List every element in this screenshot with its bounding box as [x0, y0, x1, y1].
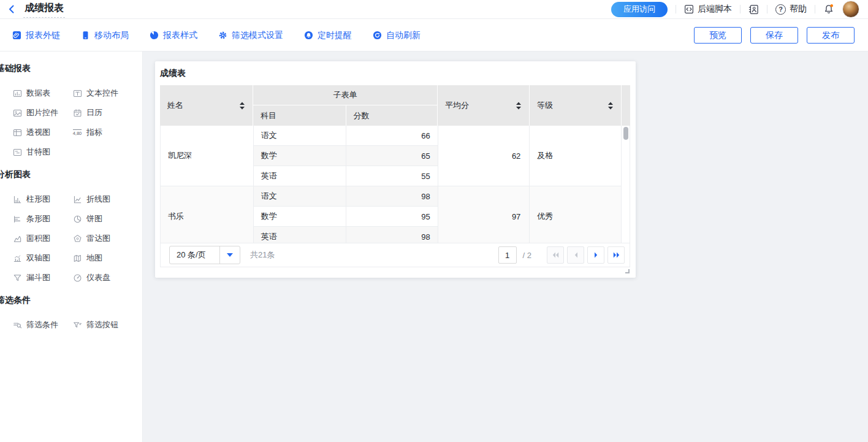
back-button[interactable]: [2, 1, 21, 18]
table-cell-grade: 及格: [530, 126, 621, 186]
sort-icon[interactable]: [607, 102, 614, 110]
sidebar-item-label: 指标: [86, 127, 102, 138]
table-cell-score: 55: [346, 166, 438, 186]
notification-button[interactable]: [823, 4, 834, 15]
sidebar-item-label: 雷达图: [86, 233, 110, 244]
data-table-icon: [12, 89, 22, 98]
user-avatar[interactable]: [842, 1, 859, 18]
code-box-icon: [684, 4, 694, 14]
sidebar-section-analysis-charts: 分析图表 柱形图 折线图 条形图 饼图: [0, 158, 142, 284]
save-button[interactable]: 保存: [750, 27, 798, 44]
prev-page-button[interactable]: [567, 246, 584, 264]
pie-style-icon: [150, 31, 159, 40]
sidebar-item-image-widget[interactable]: 图片控件: [12, 107, 72, 119]
sidebar-item-label: 图片控件: [26, 107, 58, 118]
chevron-down-icon: [227, 253, 233, 257]
table-cell-score: 98: [346, 227, 438, 243]
subform-column: 语文 66 数学 65 英语 55 语文 98: [254, 126, 438, 243]
table-cell-subject: 语文: [254, 186, 347, 206]
sidebar-item-funnel-chart[interactable]: 漏斗图: [12, 272, 72, 284]
sidebar-item-radar-chart[interactable]: 雷达图: [72, 232, 132, 245]
sidebar-item-map[interactable]: 地图: [72, 252, 132, 264]
sidebar-item-bar-chart[interactable]: 条形图: [12, 213, 72, 225]
help-button[interactable]: ? 帮助: [775, 4, 807, 15]
toolbar-item-filter-mode[interactable]: 筛选模式设置: [218, 30, 283, 41]
sidebar-item-filter-button[interactable]: 筛选按钮: [72, 319, 132, 331]
first-page-button[interactable]: [547, 246, 564, 264]
divider: [676, 5, 676, 13]
widget-resize-handle[interactable]: [625, 269, 630, 273]
help-label: 帮助: [790, 4, 807, 15]
image-widget-icon: [12, 109, 22, 118]
backend-script-button[interactable]: 后端脚本: [684, 4, 732, 15]
text-widget-icon: [72, 89, 82, 98]
area-chart-icon: [12, 234, 22, 243]
sort-icon[interactable]: [516, 102, 522, 110]
sidebar-item-dual-axis-chart[interactable]: 双轴图: [12, 252, 72, 264]
toolbar-item-report-style[interactable]: 报表样式: [150, 30, 197, 41]
sidebar-item-label: 日历: [86, 107, 102, 118]
column-header-subform-group: 子表单 科目 分数: [253, 85, 438, 126]
sidebar-item-text-widget[interactable]: 文本控件: [72, 87, 132, 99]
column-header-score[interactable]: 分数: [346, 105, 438, 126]
report-canvas[interactable]: 成绩表 姓名 子表单: [143, 51, 868, 442]
score-table-widget[interactable]: 成绩表 姓名 子表单: [155, 61, 636, 278]
toolbar-item-mobile-layout[interactable]: 移动布局: [81, 30, 129, 41]
contacts-icon: [748, 4, 759, 15]
backend-script-label: 后端脚本: [698, 4, 732, 15]
toolbar-item-auto-refresh[interactable]: 自动刷新: [373, 30, 421, 41]
table-row: 英语 55: [254, 166, 438, 186]
sidebar-item-data-table[interactable]: 数据表: [12, 87, 72, 99]
sidebar-item-calendar[interactable]: 日历: [72, 107, 132, 119]
table-scrollbar[interactable]: [622, 126, 630, 243]
report-toolbar: 报表外链 移动布局 报表样式 筛选模式设置 定时提醒: [0, 20, 868, 51]
column-label: 等级: [537, 100, 553, 111]
double-right-arrow-icon: [612, 251, 620, 259]
section-title: 筛选条件: [0, 295, 142, 306]
toolbar-item-external-link[interactable]: 报表外链: [12, 30, 60, 41]
table-cell-subject: 数学: [254, 146, 347, 166]
sidebar-item-label: 文本控件: [86, 88, 118, 99]
column-header-subject[interactable]: 科目: [253, 105, 346, 126]
contacts-button[interactable]: [748, 4, 759, 15]
line-chart-icon: [72, 195, 82, 204]
sidebar-item-gantt[interactable]: 甘特图: [12, 146, 72, 158]
sort-icon[interactable]: [239, 102, 245, 110]
column-label: 科目: [261, 110, 276, 121]
sidebar-item-label: 仪表盘: [86, 272, 110, 283]
column-header-grade[interactable]: 等级: [530, 85, 622, 126]
column-header-average[interactable]: 平均分: [438, 85, 530, 126]
sidebar-item-pivot[interactable]: 透视图: [12, 126, 72, 139]
page-number-input[interactable]: [498, 246, 517, 264]
sidebar-item-pie-chart[interactable]: 饼图: [72, 213, 132, 225]
publish-button[interactable]: 发布: [807, 27, 855, 44]
funnel-icon: [12, 273, 22, 283]
refresh-circle-icon: [373, 31, 382, 40]
last-page-button[interactable]: [607, 246, 625, 264]
map-icon: [72, 254, 82, 263]
page-size-select[interactable]: 20 条/页: [169, 246, 240, 264]
table-cell-score: 65: [346, 146, 438, 166]
toolbar-item-label: 报表外链: [26, 30, 60, 41]
scrollbar-thumb[interactable]: [623, 127, 628, 140]
sidebar-item-gauge[interactable]: 仪表盘: [72, 272, 132, 284]
scrollbar-header-stub: [622, 85, 630, 126]
double-left-arrow-icon: [552, 251, 560, 259]
page-of-label: / 2: [523, 251, 531, 260]
preview-button[interactable]: 预览: [694, 27, 742, 44]
sidebar-section-filters: 筛选条件 筛选条件 筛选按钮: [0, 284, 142, 331]
app-access-button[interactable]: 应用访问: [611, 2, 668, 17]
next-page-button[interactable]: [587, 246, 604, 264]
column-header-name[interactable]: 姓名: [160, 85, 253, 126]
report-title[interactable]: 成绩报表: [23, 1, 65, 18]
back-chevron-icon: [7, 4, 17, 14]
sidebar-item-filter-condition[interactable]: 筛选条件: [12, 319, 72, 331]
sidebar-item-metric[interactable]: 4,80 指标: [72, 126, 132, 139]
toolbar-item-label: 定时提醒: [318, 30, 352, 41]
sidebar-item-column-chart[interactable]: 柱形图: [12, 193, 72, 205]
toolbar-item-label: 报表样式: [163, 30, 197, 41]
sidebar-item-line-chart[interactable]: 折线图: [72, 193, 132, 205]
toolbar-item-timed-reminder[interactable]: 定时提醒: [304, 30, 352, 41]
sidebar-item-area-chart[interactable]: 面积图: [12, 232, 72, 245]
column-header-subform: 子表单: [253, 85, 437, 105]
